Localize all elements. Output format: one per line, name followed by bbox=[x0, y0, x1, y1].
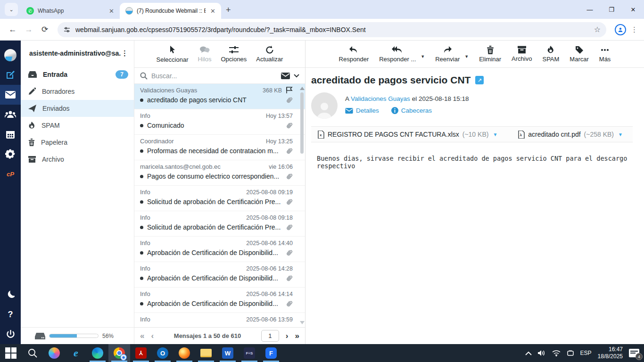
attachment-menu-caret[interactable]: ▼ bbox=[493, 132, 497, 137]
taskbar-chrome[interactable]: ☻ bbox=[108, 344, 130, 362]
tab-close-icon[interactable]: ✕ bbox=[108, 8, 115, 15]
wifi-icon[interactable] bbox=[552, 350, 561, 356]
recipient-link[interactable]: Validaciones Guayas bbox=[351, 95, 410, 102]
message-row[interactable]: Info2025-08-06 14:40 Aprobación de Certi… bbox=[134, 237, 305, 262]
tab-close-icon[interactable]: ✕ bbox=[209, 8, 216, 15]
bookmark-star-icon[interactable]: ☆ bbox=[594, 25, 601, 34]
search-input[interactable] bbox=[151, 72, 277, 80]
tab-search-button[interactable]: ⌄ bbox=[5, 3, 18, 16]
details-toggle[interactable]: Detalles bbox=[345, 107, 379, 114]
message-row[interactable]: Info2025-08-06 13:59 bbox=[134, 313, 305, 327]
message-row[interactable]: Info2025-08-08 09:18 Solicitud de aproba… bbox=[134, 211, 305, 237]
options-button[interactable]: Opciones bbox=[221, 46, 247, 63]
prev-page-button[interactable]: ‹ bbox=[151, 331, 154, 341]
reply-button[interactable]: Responder bbox=[339, 46, 369, 63]
taskbar-word[interactable]: W bbox=[217, 344, 239, 362]
search-options-chevron-icon[interactable] bbox=[294, 74, 299, 78]
logout-button[interactable] bbox=[0, 324, 21, 344]
tab-whatsapp[interactable]: ✆ WhatsApp ✕ bbox=[21, 3, 120, 19]
folder-drafts[interactable]: Borradores bbox=[21, 83, 134, 100]
refresh-button[interactable]: Actualizar bbox=[256, 46, 283, 63]
next-page-button[interactable]: › bbox=[286, 331, 289, 341]
attachment-pdf[interactable]: λ acreditado cnt.pdf (~258 KB) ▼ bbox=[518, 131, 623, 139]
reload-button[interactable]: ⟳ bbox=[37, 25, 53, 34]
flag-icon[interactable] bbox=[286, 87, 293, 94]
taskbar-edge[interactable] bbox=[87, 344, 108, 362]
reply-all-button[interactable]: Responder ... bbox=[379, 46, 416, 63]
taskbar-search-button[interactable] bbox=[22, 344, 43, 362]
cpanel-button[interactable]: cP bbox=[0, 164, 21, 184]
forward-button[interactable]: Reenviar bbox=[435, 46, 460, 63]
delete-button[interactable]: Eliminar bbox=[479, 46, 501, 63]
page-number-input[interactable] bbox=[261, 330, 279, 342]
url-text[interactable]: webmail.sanjuan.gob.ec/cpsess0751905572/… bbox=[75, 26, 589, 33]
headers-toggle[interactable]: Cabeceras bbox=[391, 107, 432, 114]
search-scope-mail-icon[interactable] bbox=[281, 73, 290, 79]
taskbar-copilot[interactable] bbox=[43, 344, 65, 362]
profile-icon[interactable] bbox=[615, 24, 626, 35]
open-in-new-window-icon[interactable]: ↗ bbox=[475, 76, 484, 84]
display-icon[interactable] bbox=[567, 350, 574, 356]
browser-menu-icon[interactable]: ⋮ bbox=[630, 25, 639, 34]
forward-button[interactable]: → bbox=[21, 25, 37, 34]
taskbar-acrobat[interactable]: ⅄ bbox=[130, 344, 152, 362]
folder-sent[interactable]: Enviados bbox=[21, 100, 134, 117]
settings-nav-button[interactable] bbox=[0, 144, 21, 164]
mail-nav-button[interactable] bbox=[0, 85, 21, 105]
start-button[interactable] bbox=[0, 344, 22, 362]
compose-button[interactable] bbox=[0, 65, 21, 85]
language-indicator[interactable]: ESP bbox=[580, 350, 592, 356]
taskbar-outlook[interactable]: O bbox=[152, 344, 173, 362]
dark-mode-button[interactable] bbox=[0, 285, 21, 304]
site-settings-icon[interactable] bbox=[63, 26, 71, 33]
notifications-icon[interactable]: 4 bbox=[629, 349, 639, 357]
folder-trash[interactable]: Papelera bbox=[21, 134, 134, 151]
scrollbar-thumb[interactable] bbox=[300, 92, 304, 154]
taskbar-internet-explorer[interactable]: e bbox=[65, 344, 87, 362]
reply-all-dropdown-caret[interactable]: ▼ bbox=[421, 54, 425, 59]
archive-button[interactable]: Archivo bbox=[512, 46, 532, 62]
attachment-xlsx[interactable]: x REGISTRO DE PAGOS CNT FACTURA.xlsx (~1… bbox=[318, 131, 497, 139]
window-restore-button[interactable]: ❐ bbox=[601, 6, 622, 13]
folder-spam[interactable]: SPAM bbox=[21, 117, 134, 134]
more-button[interactable]: Más bbox=[599, 46, 611, 63]
taskbar-firefox[interactable] bbox=[173, 344, 195, 362]
help-button[interactable]: ? bbox=[0, 304, 21, 324]
contacts-nav-button[interactable] bbox=[0, 105, 21, 124]
back-button[interactable]: ← bbox=[5, 25, 21, 34]
taskbar-fes-app[interactable]: F≡S bbox=[239, 344, 260, 362]
mark-button[interactable]: Marcar bbox=[570, 46, 588, 63]
message-row[interactable]: Info2025-08-06 14:14 Aprobación de Certi… bbox=[134, 288, 305, 313]
list-scrollbar[interactable] bbox=[299, 84, 305, 327]
window-minimize-button[interactable]: — bbox=[579, 6, 601, 13]
window-close-button[interactable]: ✕ bbox=[622, 6, 644, 13]
message-row[interactable]: InfoHoy 13:57 Comunicado bbox=[134, 109, 305, 135]
first-page-button[interactable]: « bbox=[140, 331, 144, 341]
message-row[interactable]: Validaciones Guayas368 KB acreditado de … bbox=[134, 84, 305, 109]
new-tab-button[interactable]: + bbox=[226, 5, 231, 15]
folder-archive[interactable]: Archivo bbox=[21, 151, 134, 168]
volume-icon[interactable] bbox=[538, 350, 546, 356]
unread-dot bbox=[140, 302, 143, 305]
scroll-down-arrow[interactable] bbox=[300, 321, 305, 324]
message-row[interactable]: Info2025-08-08 09:19 Solicitud de aproba… bbox=[134, 186, 305, 211]
address-bar[interactable]: webmail.sanjuan.gob.ec/cpsess0751905572/… bbox=[58, 22, 606, 37]
message-row[interactable]: maricela.santos@cnel.gob.ecvie 16:06 Pag… bbox=[134, 160, 305, 186]
message-row[interactable]: Info2025-08-06 14:28 Aprobación de Certi… bbox=[134, 262, 305, 288]
account-menu-icon[interactable]: ⋮ bbox=[121, 49, 128, 58]
forward-dropdown-caret[interactable]: ▼ bbox=[464, 54, 469, 59]
scroll-up-arrow[interactable] bbox=[300, 87, 305, 90]
spam-button[interactable]: SPAM bbox=[542, 46, 559, 63]
taskbar-file-explorer[interactable] bbox=[195, 344, 217, 362]
folder-inbox[interactable]: Entrada 7 bbox=[21, 66, 134, 83]
message-row[interactable]: CoordinadorHoy 13:25 Proformas de necesi… bbox=[134, 135, 305, 160]
tab-roundcube[interactable]: (7) Roundcube Webmail :: Envia ✕ bbox=[120, 3, 221, 19]
taskbar-f-app[interactable]: F bbox=[260, 344, 282, 362]
calendar-nav-button[interactable] bbox=[0, 124, 21, 144]
select-button[interactable]: Seleccionar bbox=[157, 45, 189, 63]
threads-button[interactable]: Hilos bbox=[198, 46, 212, 63]
last-page-button[interactable]: » bbox=[295, 331, 299, 341]
tray-expand-chevron[interactable] bbox=[525, 351, 532, 355]
clock[interactable]: 16:47 18/8/2025 bbox=[598, 346, 623, 360]
attachment-menu-caret[interactable]: ▼ bbox=[618, 132, 623, 137]
